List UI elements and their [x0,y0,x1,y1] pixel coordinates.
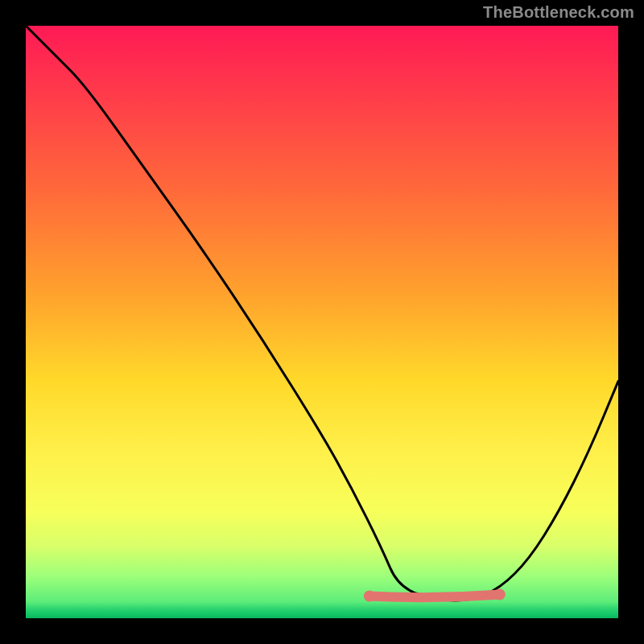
plot-area [26,26,618,618]
attribution-text: TheBottleneck.com [483,3,634,22]
curve-layer [26,26,618,618]
highlight-left-knob [364,591,375,602]
highlight-right-knob [494,589,506,601]
highlight-band-path [369,595,500,598]
chart-frame: TheBottleneck.com [0,0,644,644]
bottleneck-curve-path [26,26,618,601]
